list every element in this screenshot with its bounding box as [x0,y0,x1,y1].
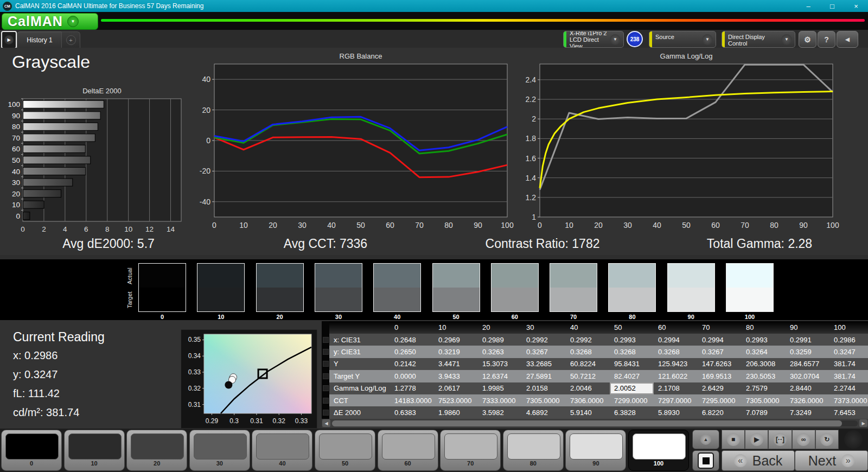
table-cell[interactable]: 0.3267 [522,346,566,358]
table-cell[interactable]: 0.3268 [654,346,698,358]
table-cell[interactable]: 4.6892 [522,406,566,418]
scroll-right-icon[interactable]: ▶ [859,419,867,427]
table-cell[interactable]: 7.6453 [829,406,868,418]
table-cell[interactable]: 0.2992 [522,334,566,346]
table-cell[interactable]: 50.7212 [566,370,610,382]
table-cell[interactable]: 15.3073 [478,358,522,370]
patch-button-60[interactable]: 60 [378,430,438,471]
table-cell[interactable]: 95.8431 [610,358,654,370]
table-cell[interactable]: 0.3263 [478,346,522,358]
table-cell[interactable]: 27.5891 [522,370,566,382]
table-cell[interactable]: 7373.0000 [829,394,868,406]
help-button[interactable]: ? [818,31,835,48]
table-cell[interactable]: 0.3264 [742,346,786,358]
patch-button-70[interactable]: 70 [440,430,501,471]
table-cell[interactable]: 7305.0000 [522,394,566,406]
table-cell[interactable]: 60.8224 [566,358,610,370]
collapse-toolbar-button[interactable]: ◀ [837,31,858,48]
table-cell[interactable]: 302.0704 [786,370,829,382]
minimize-icon[interactable]: – [796,0,820,12]
row-selector[interactable] [322,346,329,358]
table-cell[interactable]: 0.3268 [610,346,654,358]
table-cell[interactable]: 2.0046 [566,382,610,394]
table-cell[interactable]: 0.2994 [698,334,742,346]
table-cell[interactable]: 2.0158 [522,382,566,394]
table-cell[interactable]: 0.2994 [654,334,698,346]
next-button[interactable]: Next » [795,450,868,471]
table-cell[interactable]: 2.7579 [742,382,786,394]
patch-button-20[interactable]: 20 [126,430,187,471]
table-cell[interactable]: 33.2685 [522,358,566,370]
table-cell[interactable]: 206.3008 [742,358,786,370]
table-cell[interactable]: 5.9140 [566,406,610,418]
stop-button[interactable]: ■ [722,430,745,449]
chevron-down-icon[interactable]: ▼ [67,16,79,27]
row-selector[interactable] [322,406,329,418]
patch-button-80[interactable]: 80 [503,430,564,471]
patch-button-50[interactable]: 50 [315,430,375,471]
scrollbar-track[interactable] [332,420,858,426]
table-cell[interactable]: 7297.0000 [654,394,698,406]
table-cell[interactable]: 0.2969 [434,334,478,346]
chevron-down-icon[interactable]: ▼ [781,34,792,45]
patch-options-button[interactable]: ▲ [692,430,719,449]
row-selector[interactable] [322,370,329,382]
table-cell[interactable]: 7326.0000 [786,394,829,406]
table-cell[interactable]: 230.5053 [742,370,786,382]
chevron-down-icon[interactable]: ▼ [702,34,713,45]
table-cell[interactable]: 2.0617 [434,382,478,394]
table-cell[interactable]: 2.0052 [610,382,654,394]
chevron-down-icon[interactable]: ▼ [610,34,621,45]
patch-button-40[interactable]: 40 [252,430,312,471]
back-button[interactable]: « Back [722,450,795,471]
table-cell[interactable]: 7306.0000 [566,394,610,406]
display-control-dropdown[interactable]: Direct Display Control ▼ [722,31,795,48]
table-cell[interactable]: 7523.0000 [434,394,478,406]
table-cell[interactable]: 3.5982 [478,406,522,418]
meter-dropdown[interactable]: X-Rite i1Pro 2 LCD Direct View ▼ [563,31,624,48]
table-cell[interactable]: 7305.0000 [742,394,786,406]
table-cell[interactable]: 14183.0000 [390,394,434,406]
table-cell[interactable]: 6.8220 [698,406,742,418]
add-tab-button[interactable]: + [61,31,80,48]
source-dropdown[interactable]: Source ▼ [649,31,716,48]
close-icon[interactable]: × [844,0,868,12]
table-cell[interactable]: 381.74 [829,358,868,370]
tab-history-1[interactable]: History 1 [17,31,62,48]
table-cell[interactable]: 7333.0000 [478,394,522,406]
table-cell[interactable]: 381.74 [829,370,868,382]
table-cell[interactable]: 0.3268 [566,346,610,358]
meter-count-badge[interactable]: 238 [627,31,643,47]
table-scrollbar[interactable]: ◀ ▶ [322,419,868,428]
table-cell[interactable]: 0.2650 [390,346,434,358]
table-cell[interactable]: 5.8930 [654,406,698,418]
row-selector[interactable] [322,394,329,406]
table-cell[interactable]: 0.2989 [478,334,522,346]
patch-window-button[interactable] [692,450,719,471]
calman-menu-button[interactable]: CalMAN ▼ [2,13,98,30]
table-cell[interactable]: 284.6577 [786,358,829,370]
table-cell[interactable]: 0.6383 [390,406,434,418]
table-cell[interactable]: 82.4027 [610,370,654,382]
series-button[interactable]: [··] [768,430,792,449]
patch-button-90[interactable]: 90 [565,430,626,471]
table-cell[interactable]: 2.1708 [654,382,698,394]
row-selector[interactable] [322,358,329,370]
table-cell[interactable]: 12.6374 [478,370,522,382]
table-cell[interactable]: 3.9433 [434,370,478,382]
patch-button-30[interactable]: 30 [189,430,250,471]
table-cell[interactable]: 1.9985 [478,382,522,394]
table-cell[interactable]: 6.3828 [610,406,654,418]
table-cell[interactable]: 0.2648 [390,334,434,346]
table-cell[interactable]: 7.3249 [786,406,829,418]
table-cell[interactable]: 0.2993 [610,334,654,346]
table-cell[interactable]: 121.6022 [654,370,698,382]
loop-button[interactable]: ↻ [815,430,839,449]
table-cell[interactable]: 2.6429 [698,382,742,394]
table-cell[interactable]: 2.8440 [786,382,829,394]
maximize-icon[interactable]: □ [820,0,844,12]
table-cell[interactable]: 0.2992 [566,334,610,346]
table-cell[interactable]: 0.3247 [829,346,868,358]
expand-panel-button[interactable]: ▶ [1,31,17,49]
table-cell[interactable]: 0.2991 [786,334,829,346]
